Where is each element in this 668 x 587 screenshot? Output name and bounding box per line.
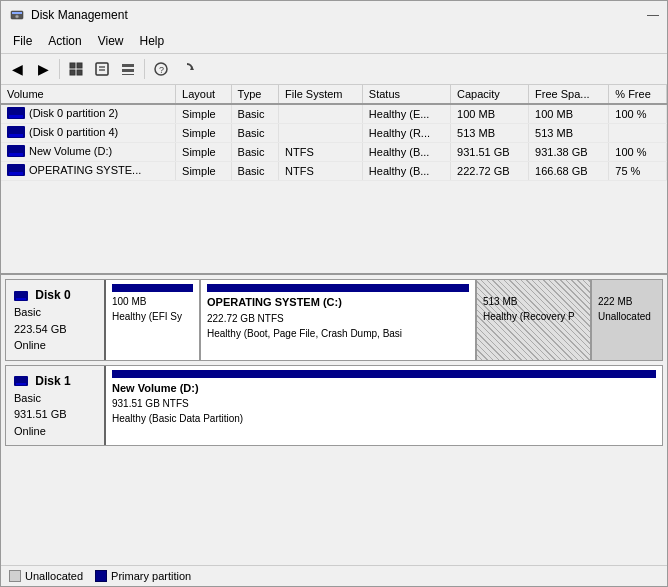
menu-file[interactable]: File [5,31,40,51]
disk0-row: Disk 0 Basic 223.54 GB Online 100 MB Hea… [5,279,663,361]
cell-percentfree: 75 % [609,162,667,181]
table-row[interactable]: OPERATING SYSTE... Simple Basic NTFS Hea… [1,162,667,181]
cell-type: Basic [231,104,278,124]
back-button[interactable]: ◀ [5,57,29,81]
cell-layout: Simple [176,162,231,181]
disk0-efi-partition[interactable]: 100 MB Healthy (EFI Sy [106,280,201,360]
col-capacity[interactable]: Capacity [451,85,529,104]
cell-freespace: 100 MB [529,104,609,124]
legend-primary: Primary partition [95,570,191,582]
disk1-d-header [112,370,656,378]
disk1-size: 931.51 GB [14,406,96,423]
cell-layout: Simple [176,104,231,124]
disk0-icon [14,291,28,301]
svg-rect-1 [12,12,22,14]
close-icon: — [647,8,659,22]
disk1-status: Online [14,423,96,440]
col-volume[interactable]: Volume [1,85,176,104]
disk0-unalloc-size: 222 MB [598,294,656,309]
volume-icon [7,107,25,119]
table-row[interactable]: (Disk 0 partition 2) Simple Basic Health… [1,104,667,124]
properties-icon [94,61,110,77]
svg-rect-12 [122,74,134,75]
svg-rect-5 [70,70,75,75]
disk0-recovery-size: 513 MB [483,294,584,309]
disk0-efi-size: 100 MB [112,294,193,309]
disk0-os-size: 222.72 GB NTFS [207,311,469,326]
refresh-icon [179,61,195,77]
close-button[interactable]: — [647,8,659,22]
cell-percentfree [609,124,667,143]
disk1-type: Basic [14,390,96,407]
cell-filesystem: NTFS [279,143,363,162]
disk1-label: Disk 1 Basic 931.51 GB Online [6,366,106,446]
cell-filesystem [279,104,363,124]
menu-action[interactable]: Action [40,31,89,51]
svg-rect-27 [16,383,26,385]
disk-view-area: Disk 0 Basic 223.54 GB Online 100 MB Hea… [1,275,667,565]
cell-freespace: 166.68 GB [529,162,609,181]
toolbar-sep-1 [59,59,60,79]
menu-view[interactable]: View [90,31,132,51]
svg-rect-21 [9,153,23,156]
forward-button[interactable]: ▶ [31,57,55,81]
disk0-os-partition[interactable]: OPERATING SYSTEM (C:) 222.72 GB NTFS Hea… [201,280,477,360]
legend-primary-label: Primary partition [111,570,191,582]
toolbar-sep-2 [144,59,145,79]
cell-percentfree: 100 % [609,104,667,124]
col-layout[interactable]: Layout [176,85,231,104]
toolbar-btn-4[interactable]: ? [149,57,173,81]
svg-rect-4 [77,63,82,68]
legend-unallocated: Unallocated [9,570,83,582]
disk0-efi-header [112,284,193,292]
disk0-os-name: OPERATING SYSTEM (C:) [207,294,469,311]
cell-layout: Simple [176,143,231,162]
volume-icon [7,145,25,157]
table-row[interactable]: New Volume (D:) Simple Basic NTFS Health… [1,143,667,162]
help-icon: ? [153,61,169,77]
disk0-recovery-partition[interactable]: 513 MB Healthy (Recovery P [477,280,592,360]
cell-capacity: 222.72 GB [451,162,529,181]
cell-volume: (Disk 0 partition 2) [1,104,176,124]
disk0-os-label: Healthy (Boot, Page File, Crash Dump, Ba… [207,326,469,341]
toolbar-btn-5[interactable] [175,57,199,81]
disk0-recovery-label: Healthy (Recovery P [483,309,584,324]
cell-status: Healthy (B... [362,162,450,181]
svg-rect-6 [77,70,82,75]
cell-type: Basic [231,124,278,143]
toolbar-btn-2[interactable] [90,57,114,81]
svg-rect-23 [9,172,23,175]
legend-area: Unallocated Primary partition [1,565,667,586]
cell-status: Healthy (E... [362,104,450,124]
table-row[interactable]: (Disk 0 partition 4) Simple Basic Health… [1,124,667,143]
disk-list-icon [120,61,136,77]
svg-rect-17 [9,115,23,118]
disk1-name: Disk 1 [14,372,96,390]
svg-point-2 [16,15,19,18]
cell-freespace: 513 MB [529,124,609,143]
disk1-partitions: New Volume (D:) 931.51 GB NTFS Healthy (… [106,366,662,446]
volume-icon [7,126,25,138]
svg-rect-25 [16,298,26,300]
disk0-size: 223.54 GB [14,321,96,338]
disk0-unallocated-partition: 222 MB Unallocated [592,280,662,360]
cell-type: Basic [231,143,278,162]
cell-status: Healthy (B... [362,143,450,162]
svg-rect-19 [9,134,23,137]
cell-filesystem [279,124,363,143]
window-title: Disk Management [31,8,128,22]
col-type[interactable]: Type [231,85,278,104]
col-freespace[interactable]: Free Spa... [529,85,609,104]
disk1-d-partition[interactable]: New Volume (D:) 931.51 GB NTFS Healthy (… [106,366,662,446]
disk0-partitions: 100 MB Healthy (EFI Sy OPERATING SYSTEM … [106,280,662,360]
toolbar-btn-3[interactable] [116,57,140,81]
menu-help[interactable]: Help [132,31,173,51]
col-filesystem[interactable]: File System [279,85,363,104]
cell-volume: (Disk 0 partition 4) [1,124,176,143]
legend-unallocated-label: Unallocated [25,570,83,582]
toolbar-btn-1[interactable] [64,57,88,81]
cell-type: Basic [231,162,278,181]
col-percentfree[interactable]: % Free [609,85,667,104]
col-status[interactable]: Status [362,85,450,104]
svg-rect-3 [70,63,75,68]
